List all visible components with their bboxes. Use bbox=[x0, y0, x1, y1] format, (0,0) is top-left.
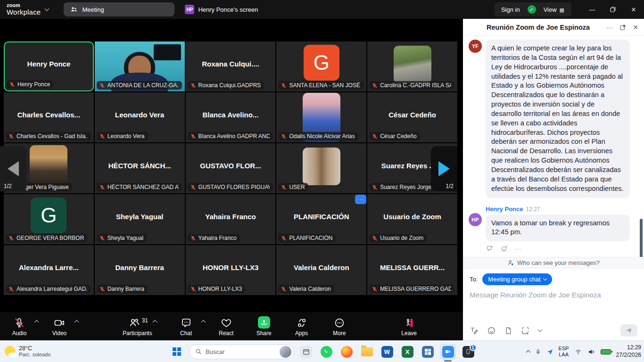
search-highlight-image[interactable] bbox=[280, 346, 291, 358]
volume-icon[interactable] bbox=[587, 348, 595, 355]
participant-tile-2[interactable]: ANTONIA DE LA CRUZ-GA... bbox=[95, 41, 185, 91]
participant-name: Usuario de Zoom bbox=[367, 212, 457, 220]
restore-button[interactable] bbox=[603, 0, 623, 19]
participants-button[interactable]: 31 Participants bbox=[123, 312, 152, 340]
close-button[interactable]: ✕ bbox=[623, 0, 644, 19]
participants-options-chevron[interactable] bbox=[152, 320, 157, 324]
view-grid-icon: ▦ bbox=[560, 7, 565, 13]
tray-location-icon[interactable] bbox=[546, 348, 553, 355]
react-button[interactable]: React bbox=[212, 312, 241, 340]
tray-overflow-chevron[interactable] bbox=[526, 350, 530, 355]
taskbar-app-excel[interactable]: X bbox=[399, 344, 415, 360]
more-button[interactable]: More bbox=[325, 312, 354, 340]
chat-messages[interactable]: YF A quien le compete crear la ley para … bbox=[463, 36, 644, 257]
participant-tile-4[interactable]: GSANTA ELENA - SAN JOSÉ ... bbox=[276, 41, 366, 91]
taskbar-app-file-explorer[interactable] bbox=[359, 344, 375, 360]
screenshot-icon[interactable] bbox=[521, 326, 530, 335]
participant-label: Blanca Avelino GADPR ANC... bbox=[198, 133, 270, 140]
taskbar-app-zoom[interactable] bbox=[440, 344, 456, 360]
send-button[interactable] bbox=[620, 324, 637, 337]
participant-tile-20[interactable]: Usuario de ZoomUsuario de Zoom bbox=[367, 194, 457, 244]
participant-label: PLANIFICACIÓN bbox=[289, 235, 332, 241]
participant-tile-3[interactable]: Roxana Culqui....Roxana Culqui.GADPRS bbox=[186, 41, 276, 91]
start-button[interactable] bbox=[169, 344, 185, 360]
chat-message-bubble[interactable]: Vamos a tomar un break y regresamos 12:4… bbox=[486, 214, 630, 242]
participant-name: Charles Cevallos... bbox=[4, 110, 94, 118]
privacy-notice[interactable]: Who can see your messages? bbox=[463, 257, 644, 269]
search-box[interactable]: Buscar bbox=[189, 345, 294, 359]
weather-widget[interactable]: 28°C Parc. soleado bbox=[0, 345, 50, 358]
participant-name-tag: Carolina C.-GADPR ISLA SA... bbox=[369, 81, 454, 90]
participant-tile-22[interactable]: Danny BarreraDanny Barrera bbox=[95, 245, 185, 295]
apps-button[interactable]: Apps bbox=[287, 312, 316, 340]
participant-tile-8[interactable]: Blanca Avelino...Blanca Avelino GADPR AN… bbox=[186, 92, 276, 142]
audio-options-chevron[interactable] bbox=[34, 320, 39, 324]
audio-button[interactable]: Audio bbox=[5, 312, 34, 340]
taskbar-app-grid[interactable] bbox=[420, 344, 436, 360]
attach-file-icon[interactable] bbox=[504, 326, 512, 335]
participant-tile-6[interactable]: Charles Cevallos...Charles Cevallos - Ga… bbox=[4, 92, 94, 142]
participant-name: César Cedeño bbox=[367, 110, 457, 118]
security-shield-icon[interactable]: ✓ bbox=[528, 5, 536, 14]
chat-panel: Reunión Zoom de Joe Espinoza ··· ✕ YF A … bbox=[463, 19, 644, 340]
participant-tile-23[interactable]: HONOR LLY-LX3HONOR LLY-LX3 bbox=[186, 245, 276, 295]
tab-henry-ponces-screen[interactable]: HP Henry Ponce's screen bbox=[185, 5, 258, 14]
taskbar-app-phone[interactable]: 1 bbox=[460, 344, 476, 360]
message-input[interactable]: Message Reunión Zoom de Joe Espinoza bbox=[470, 291, 637, 299]
chat-scrollbar[interactable] bbox=[640, 219, 643, 257]
wifi-icon[interactable] bbox=[574, 348, 582, 355]
participant-tile-17[interactable]: Sheyla YagualSheyla Yagual bbox=[95, 194, 185, 244]
chat-button[interactable]: Chat bbox=[172, 312, 201, 340]
taskbar-app-whatsapp[interactable] bbox=[318, 344, 334, 360]
compose-options-chevron[interactable] bbox=[538, 328, 543, 332]
tray-mic-icon[interactable] bbox=[535, 348, 541, 355]
add-reaction-icon[interactable] bbox=[500, 245, 508, 252]
chevron-down-icon[interactable] bbox=[45, 7, 50, 11]
participant-tile-14[interactable]: USER bbox=[276, 143, 366, 193]
chat-options-chevron[interactable] bbox=[201, 320, 206, 324]
share-button[interactable]: Share bbox=[249, 312, 279, 340]
next-page-button[interactable]: 1/2 bbox=[431, 146, 457, 191]
mic-muted-icon bbox=[99, 184, 105, 190]
participant-tile-1[interactable]: Henry PonceHenry Ponce bbox=[4, 41, 94, 91]
participant-tile-18[interactable]: Yahaira FrancoYahaira Franco bbox=[186, 194, 276, 244]
participant-tile-9[interactable]: Odalis Nicole Alcivar Arias bbox=[276, 92, 366, 142]
participant-tile-19[interactable]: PLANIFICACIÓNPLANIFICACIÓN bbox=[276, 194, 366, 244]
participant-tile-13[interactable]: GUSTAVO FLOR...GUSTAVO FLORES PIGUAVE bbox=[186, 143, 276, 193]
sign-in-button[interactable]: Sign in bbox=[501, 6, 520, 13]
reply-in-thread-icon[interactable] bbox=[486, 245, 494, 252]
taskbar-app-generic[interactable] bbox=[298, 344, 314, 360]
participants-grid: Henry PonceHenry PonceANTONIA DE LA CRUZ… bbox=[4, 41, 457, 295]
taskbar-app-firefox[interactable] bbox=[339, 344, 355, 360]
message-sender[interactable]: Henry Ponce bbox=[486, 206, 523, 213]
recipient-selector[interactable]: Meeting group chat bbox=[482, 273, 552, 285]
participant-tile-10[interactable]: César CedeñoCésar Cedeño bbox=[367, 92, 457, 142]
chat-close-icon[interactable]: ✕ bbox=[633, 24, 638, 31]
participant-tile-21[interactable]: Alexandra Larre...Alexandra Larreategui … bbox=[4, 245, 94, 295]
language-indicator[interactable]: ESPLAA bbox=[559, 346, 569, 358]
participant-tile-16[interactable]: GGEORGE VERA BORBOR bbox=[4, 194, 94, 244]
tile-more-options-button[interactable]: ··· bbox=[355, 195, 366, 204]
format-text-icon[interactable] bbox=[470, 326, 479, 335]
video-button[interactable]: Video bbox=[45, 312, 74, 340]
video-options-chevron[interactable] bbox=[74, 320, 79, 324]
participant-tile-24[interactable]: Valeria CalderonValeria Calderon bbox=[276, 245, 366, 295]
emoji-icon[interactable] bbox=[487, 326, 496, 335]
clock[interactable]: 12:29 27/2/2026 bbox=[616, 344, 641, 359]
chat-more-options-icon[interactable]: ··· bbox=[606, 24, 613, 31]
minimize-button[interactable]: — bbox=[582, 0, 603, 19]
view-button[interactable]: View▦ bbox=[544, 6, 565, 13]
participant-tile-25[interactable]: MELISSA GUERR...MELISSA GUERRERO GADP... bbox=[367, 245, 457, 295]
participant-tile-12[interactable]: HÉCTOR SÁNCH...HÉCTOR SÁNCHEZ GAD AT... bbox=[95, 143, 185, 193]
previous-page-button[interactable]: 1/2 bbox=[0, 146, 26, 191]
pop-out-icon[interactable] bbox=[619, 24, 626, 31]
taskbar-app-word[interactable]: W bbox=[379, 344, 395, 360]
participant-name-tag: Odalis Nicole Alcivar Arias bbox=[278, 132, 358, 140]
tab-meeting[interactable]: Meeting bbox=[64, 2, 174, 16]
message-more-actions-icon[interactable]: ··· bbox=[515, 245, 521, 252]
battery-icon[interactable] bbox=[601, 349, 611, 354]
leave-button[interactable]: Leave bbox=[395, 312, 424, 340]
participant-tile-5[interactable]: Carolina C.-GADPR ISLA SA... bbox=[367, 41, 457, 91]
chat-message-bubble[interactable]: A quien le compete crear la ley para los… bbox=[486, 40, 630, 198]
participant-tile-7[interactable]: Leonardo VeraLeonardo Vera bbox=[95, 92, 185, 142]
